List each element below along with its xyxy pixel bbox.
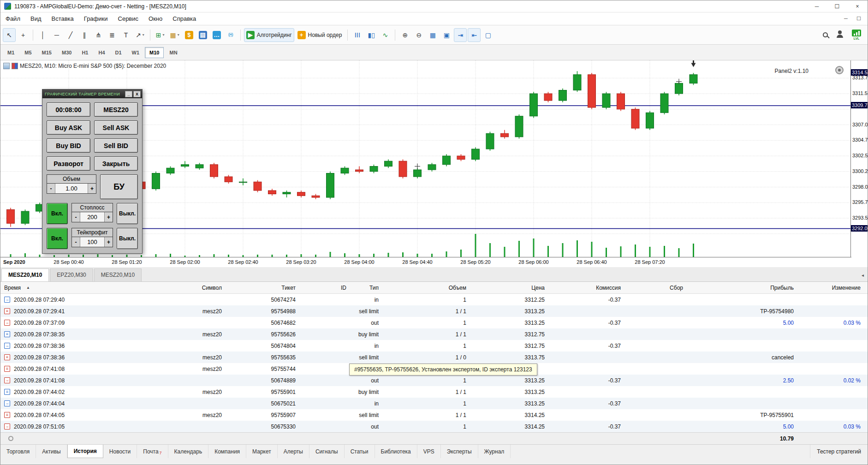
column-price[interactable]: Цена: [471, 285, 549, 291]
tab-experts[interactable]: Эксперты: [441, 445, 478, 458]
reverse-button[interactable]: Разворот: [47, 156, 90, 171]
pointer-tool[interactable]: ↖: [3, 28, 16, 42]
stoploss-value[interactable]: 200: [80, 212, 104, 222]
tab-library[interactable]: Библиотека: [375, 445, 417, 458]
timeframe-mn[interactable]: MN: [165, 47, 182, 58]
table-row[interactable]: →2020.09.28 07:44:0450675021in13313.25-0…: [0, 398, 868, 409]
menu-charts[interactable]: Графики: [79, 15, 113, 22]
andrews-pitchfork-tool[interactable]: ⋔: [92, 28, 105, 42]
column-id[interactable]: ID: [300, 285, 351, 291]
chart-tab-mesz20-m10[interactable]: MESZ20,M10: [1, 268, 49, 281]
table-row[interactable]: →2020.09.28 07:41:0850674889out13313.25-…: [0, 375, 868, 386]
tile-windows-button[interactable]: ▣: [440, 28, 453, 42]
takeprofit-minus-button[interactable]: -: [72, 237, 80, 247]
takeprofit-plus-button[interactable]: +: [104, 237, 113, 247]
tab-trade[interactable]: Торговля: [0, 445, 36, 458]
fibo-lines-tool[interactable]: ≣: [106, 28, 119, 42]
connection-lvl-badge[interactable]: LVL: [852, 30, 861, 40]
broadcast-button[interactable]: ((•)): [224, 28, 237, 42]
arrange-windows-button[interactable]: ▦: [426, 28, 439, 42]
timeframe-h1[interactable]: H1: [77, 47, 93, 58]
price-scale[interactable]: 3313.753311.503307.003304.753302.503300.…: [850, 60, 868, 257]
table-row[interactable]: ≡2020.09.28 07:44:05mesz2095755907sell l…: [0, 409, 868, 421]
column-commission[interactable]: Комиссия: [549, 285, 625, 291]
tab-assets[interactable]: Активы: [36, 445, 67, 458]
timeframe-w1[interactable]: W1: [127, 47, 144, 58]
menu-view[interactable]: Вид: [25, 15, 47, 22]
one-click-trading-button[interactable]: $: [183, 28, 196, 42]
tab-alerts[interactable]: Алерты: [278, 445, 309, 458]
column-symbol[interactable]: Символ: [143, 285, 226, 291]
tab-history[interactable]: История: [67, 445, 103, 458]
sell-ask-button[interactable]: Sell ASK: [94, 120, 138, 135]
close-button[interactable]: ×: [847, 0, 868, 12]
trade-panel-minimize-button[interactable]: _: [125, 91, 132, 97]
vertical-line-tool[interactable]: │: [36, 28, 49, 42]
tab-mailbox[interactable]: Почта7: [137, 445, 168, 458]
depth-of-market-button[interactable]: ▤: [196, 28, 209, 42]
menu-insert[interactable]: Вставка: [47, 15, 79, 22]
menu-help[interactable]: Справка: [167, 15, 201, 22]
timeframe-m10[interactable]: M10: [145, 47, 164, 58]
auto-scroll-button[interactable]: ⇥: [454, 28, 467, 42]
breakeven-button[interactable]: БУ: [100, 174, 138, 199]
equidistant-channel-tool[interactable]: ∥: [78, 28, 91, 42]
table-row[interactable]: ≡2020.09.28 07:29:41mesz2095754988sell l…: [0, 305, 868, 317]
title-bar[interactable]: 1190873 - AMPGlobalEU-Demo: Демо-счет - …: [0, 0, 868, 12]
tab-market[interactable]: Маркет: [246, 445, 278, 458]
volume-minus-button[interactable]: -: [47, 184, 55, 193]
timeframe-m30[interactable]: M30: [57, 47, 76, 58]
sell-bid-button[interactable]: Sell BID: [94, 138, 138, 153]
chart-tab-epz20-m30[interactable]: EPZ20,M30: [50, 268, 93, 281]
column-time[interactable]: Время▲: [0, 285, 143, 291]
table-row[interactable]: →2020.09.28 07:51:0550675330out13314.25-…: [0, 421, 868, 432]
takeprofit-value[interactable]: 100: [80, 237, 104, 247]
tab-news[interactable]: Новости: [103, 445, 137, 458]
restore-button[interactable]: ☐: [827, 0, 847, 12]
tab-articles[interactable]: Статьи: [345, 445, 375, 458]
tab-vps[interactable]: VPS: [417, 445, 441, 458]
menu-file[interactable]: Файл: [0, 15, 25, 22]
stoploss-off-button[interactable]: Выкл.: [117, 203, 138, 224]
tab-signals[interactable]: Сигналы: [309, 445, 345, 458]
table-row[interactable]: ≡2020.09.28 07:44:02mesz2095755901buy li…: [0, 386, 868, 398]
timeframe-d1[interactable]: D1: [111, 47, 126, 58]
column-profit[interactable]: Прибыль: [688, 285, 798, 291]
new-order-button[interactable]: +Новый ордер: [295, 28, 345, 42]
zoom-in-button[interactable]: ⊕: [398, 28, 411, 42]
volume-plus-button[interactable]: +: [88, 184, 96, 193]
new-chart-button[interactable]: ⊞▾: [154, 28, 167, 42]
horizontal-line-tool[interactable]: ─: [50, 28, 63, 42]
strategy-tester-label[interactable]: Тестер стратегий: [810, 445, 868, 458]
stoploss-minus-button[interactable]: -: [72, 212, 80, 222]
algo-trading-button[interactable]: ▶Алготрейдинг: [244, 28, 294, 42]
timeframe-m5[interactable]: M5: [20, 47, 36, 58]
menu-tools[interactable]: Сервис: [113, 15, 144, 22]
column-fee[interactable]: Сбор: [625, 285, 688, 291]
chart-shift-button[interactable]: ⇤: [468, 28, 481, 42]
tab-company[interactable]: Компания: [208, 445, 246, 458]
chart-templates-button[interactable]: ▦▾: [168, 28, 182, 42]
bars-mode-button[interactable]: |||: [351, 28, 364, 42]
table-row[interactable]: →2020.09.28 07:37:0950674682out13313.25-…: [0, 317, 868, 328]
chart-tab-mesz20-m10-2[interactable]: MESZ20,M10: [94, 268, 142, 281]
table-row[interactable]: ≡2020.09.28 07:38:36mesz2095755635sell l…: [0, 352, 868, 363]
chart-restore-button[interactable]: ☐: [855, 16, 863, 22]
trade-panel-close-button[interactable]: X: [133, 91, 141, 97]
stoploss-plus-button[interactable]: +: [104, 212, 113, 222]
takeprofit-off-button[interactable]: Выкл.: [117, 228, 138, 249]
chart-tabs-scroll-left[interactable]: ◂: [862, 273, 864, 278]
line-mode-button[interactable]: ∿: [379, 28, 392, 42]
tab-calendar[interactable]: Календарь: [168, 445, 209, 458]
timeframe-m1[interactable]: M1: [3, 47, 19, 58]
crosshair-tool[interactable]: +: [17, 28, 30, 42]
table-row[interactable]: →2020.09.28 07:29:4050674274in13312.25-0…: [0, 294, 868, 305]
zoom-out-button[interactable]: ⊖: [412, 28, 425, 42]
arrow-objects-tool[interactable]: ↗▾: [133, 28, 147, 42]
column-change[interactable]: Изменение: [798, 285, 865, 291]
text-label-tool[interactable]: T: [119, 28, 132, 42]
menu-window[interactable]: Окно: [143, 15, 167, 22]
table-row[interactable]: →2020.09.28 07:38:3650674804in13312.75-0…: [0, 340, 868, 352]
search-icon[interactable]: [823, 31, 828, 39]
data-window-button[interactable]: ▢: [482, 28, 494, 42]
